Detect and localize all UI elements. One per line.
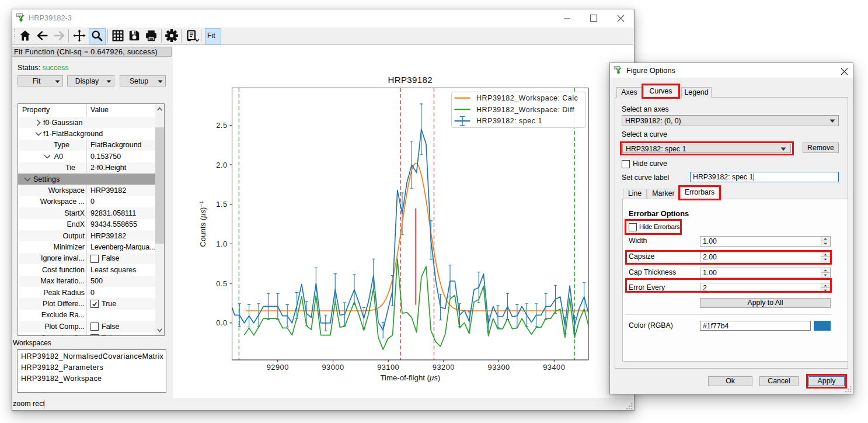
svg-text:92900: 92900 — [267, 363, 289, 372]
svg-text:Time-of-flight (μs): Time-of-flight (μs) — [380, 373, 440, 382]
svg-text:93300: 93300 — [488, 363, 510, 372]
svg-text:HRP39182_Workspace: Calc: HRP39182_Workspace: Calc — [476, 94, 578, 102]
svg-text:HRP39182_Workspace: Diff: HRP39182_Workspace: Diff — [476, 106, 574, 114]
svg-text:93100: 93100 — [377, 363, 399, 372]
svg-text:93200: 93200 — [433, 363, 455, 372]
svg-text:HRP39182: HRP39182 — [388, 75, 433, 85]
svg-text:HRP39182: spec 1: HRP39182: spec 1 — [476, 117, 542, 125]
svg-text:1.0: 1.0 — [216, 240, 227, 248]
svg-text:1.5: 1.5 — [216, 200, 227, 209]
svg-text:93400: 93400 — [543, 363, 565, 372]
svg-text:Counts (μs)−1: Counts (μs)−1 — [198, 201, 207, 247]
svg-text:0.5: 0.5 — [216, 279, 227, 288]
svg-text:2.5: 2.5 — [216, 121, 227, 130]
svg-text:2.0: 2.0 — [216, 161, 227, 169]
svg-text:0.0: 0.0 — [216, 318, 227, 327]
svg-text:93000: 93000 — [322, 363, 344, 372]
